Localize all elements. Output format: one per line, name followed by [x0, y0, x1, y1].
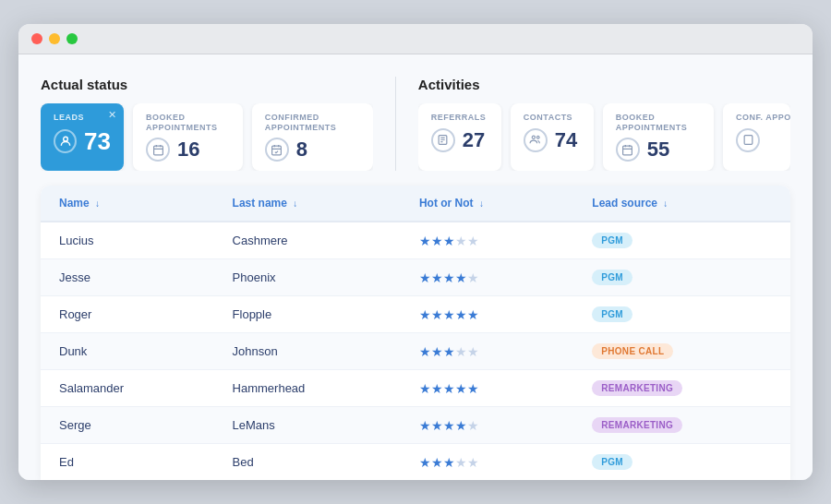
card-booked2-icon [616, 138, 640, 162]
svg-rect-5 [272, 146, 282, 155]
lead-source-badge: PGM [592, 233, 632, 248]
card-contacts-label: CONTACTS [524, 113, 581, 123]
col-lastname[interactable]: Last name ↓ [214, 186, 401, 222]
card-leads-icon [54, 129, 77, 153]
col-leadsource[interactable]: Lead source ↓ [573, 186, 790, 222]
close-dot[interactable] [31, 33, 42, 44]
cell-lastname: Phoenix [214, 259, 401, 296]
cell-stars: ★★★★★ [401, 333, 573, 370]
card-partial-label: CONF. APPO [736, 113, 777, 123]
card-confirmed-value-row: 8 [265, 138, 360, 162]
data-table: Name ↓ Last name ↓ Hot or Not ↓ Lead s [41, 186, 790, 480]
table-row[interactable]: LuciusCashmere★★★★★PGM [41, 222, 790, 259]
cell-lastname: Hammerhead [214, 370, 401, 407]
card-leads-label: LEADS [54, 113, 111, 122]
section-divider [395, 77, 396, 172]
titlebar [18, 24, 813, 54]
cell-stars: ★★★★★ [401, 407, 573, 444]
actual-status-section: Actual status LEADS ✕ 73 [41, 77, 373, 172]
svg-rect-19 [744, 136, 753, 145]
table-row[interactable]: SergeLeMans★★★★★REMARKETING [41, 407, 790, 444]
card-confirmed-number: 8 [296, 138, 307, 162]
main-content: Actual status LEADS ✕ 73 [18, 54, 813, 481]
table-row[interactable]: SalamanderHammerhead★★★★★REMARKETING [41, 370, 790, 407]
card-partial[interactable]: CONF. APPO [723, 103, 790, 172]
svg-point-13 [533, 136, 536, 138]
cell-name: Roger [41, 296, 214, 333]
cell-name: Serge [41, 407, 214, 444]
activities-section: Activities REFERRALS 27 [418, 77, 790, 172]
table-row[interactable]: RogerFlopple★★★★★PGM [41, 296, 790, 333]
card-referrals-value-row: 27 [431, 128, 488, 152]
card-booked-label: BOOKED APPOINTMENTS [146, 113, 230, 133]
svg-point-0 [63, 138, 67, 142]
maximize-dot[interactable] [66, 33, 78, 44]
cell-stars: ★★★★★ [401, 370, 573, 407]
svg-rect-1 [153, 146, 163, 155]
card-leads-close[interactable]: ✕ [108, 109, 116, 121]
cell-name: Salamander [41, 370, 214, 407]
table-row[interactable]: DunkJohnson★★★★★PHONE CALL [41, 333, 790, 370]
cell-name: Jesse [41, 259, 214, 296]
cell-badge: PHONE CALL [573, 333, 790, 370]
card-contacts-number: 74 [555, 128, 577, 152]
card-partial-value-row [736, 128, 777, 152]
table-row[interactable]: EdBed★★★★★PGM [41, 444, 790, 481]
hotornot-sort-icon[interactable]: ↓ [479, 198, 484, 209]
lead-source-badge: REMARKETING [592, 417, 682, 433]
card-confirmed-icon [265, 138, 289, 162]
app-window: Actual status LEADS ✕ 73 [18, 24, 813, 481]
cell-name: Dunk [41, 333, 214, 370]
card-confirmed[interactable]: CONFIRMED APPOINTMENTS 8 [252, 103, 373, 172]
card-referrals-label: REFERRALS [431, 113, 488, 123]
card-referrals-icon [431, 128, 455, 152]
cell-lastname: Cashmere [214, 222, 401, 259]
card-booked2[interactable]: BOOKED APPOINTMENTS 55 [603, 103, 714, 172]
col-hotornot[interactable]: Hot or Not ↓ [401, 186, 573, 222]
card-booked2-number: 55 [647, 138, 669, 162]
card-leads[interactable]: LEADS ✕ 73 [41, 103, 124, 172]
cell-lastname: Flopple [214, 296, 401, 333]
lead-source-badge: REMARKETING [592, 380, 682, 396]
activities-title: Activities [418, 77, 790, 92]
contacts-table: Name ↓ Last name ↓ Hot or Not ↓ Lead s [41, 186, 790, 480]
card-booked[interactable]: BOOKED APPOINTMENTS 16 [133, 103, 243, 172]
cell-stars: ★★★★★ [401, 259, 573, 296]
card-booked-value-row: 16 [146, 138, 230, 162]
status-sections: Actual status LEADS ✕ 73 [41, 77, 790, 172]
name-sort-icon[interactable]: ↓ [95, 198, 100, 209]
leadsource-sort-icon[interactable]: ↓ [663, 198, 668, 209]
card-leads-value-row: 73 [54, 127, 111, 156]
minimize-dot[interactable] [49, 33, 60, 44]
card-booked-icon [146, 138, 170, 162]
col-name[interactable]: Name ↓ [41, 186, 214, 222]
lead-source-badge: PGM [592, 270, 632, 285]
lastname-sort-icon[interactable]: ↓ [293, 198, 297, 209]
actual-status-title: Actual status [41, 77, 373, 92]
cell-badge: REMARKETING [573, 370, 790, 407]
card-booked2-value-row: 55 [616, 138, 701, 162]
card-contacts[interactable]: CONTACTS 74 [511, 103, 594, 172]
table-row[interactable]: JessePhoenix★★★★★PGM [41, 259, 790, 296]
cell-name: Ed [41, 444, 214, 481]
svg-point-14 [537, 136, 540, 138]
lead-source-badge: PHONE CALL [592, 343, 673, 359]
cell-badge: PGM [573, 444, 790, 481]
lead-source-badge: PGM [592, 306, 632, 322]
card-referrals[interactable]: REFERRALS 27 [418, 103, 501, 172]
card-referrals-number: 27 [463, 128, 485, 152]
card-contacts-value-row: 74 [524, 128, 581, 152]
cell-badge: PGM [573, 259, 790, 296]
card-leads-number: 73 [84, 127, 111, 156]
card-contacts-icon [524, 128, 548, 152]
svg-rect-15 [623, 146, 632, 155]
cell-name: Lucius [41, 222, 214, 259]
card-booked-number: 16 [177, 138, 199, 162]
cell-badge: REMARKETING [573, 407, 790, 444]
cell-lastname: Bed [214, 444, 401, 481]
card-partial-icon [736, 128, 760, 152]
cell-stars: ★★★★★ [401, 222, 573, 259]
cell-lastname: Johnson [214, 333, 401, 370]
cell-stars: ★★★★★ [401, 296, 573, 333]
card-confirmed-label: CONFIRMED APPOINTMENTS [265, 113, 360, 133]
